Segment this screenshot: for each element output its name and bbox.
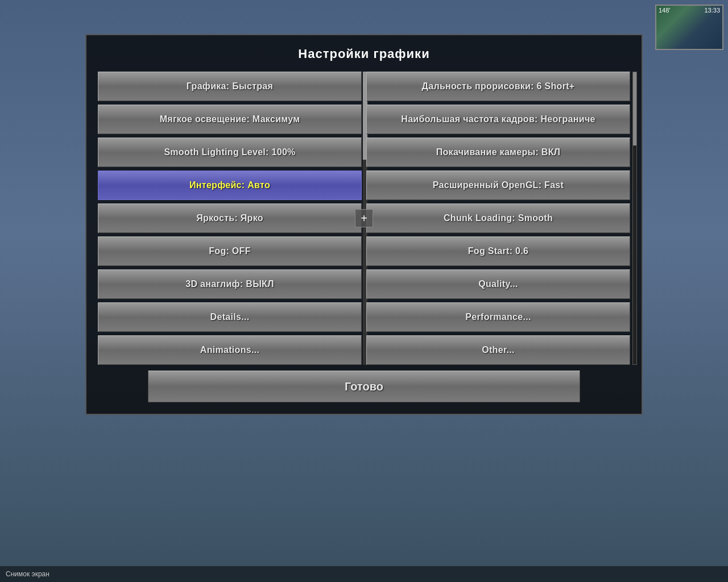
right-btn-camera-bobbing[interactable]: Покачивание камеры: ВКЛ [366, 138, 630, 167]
right-btn-performance[interactable]: Performance... [366, 302, 630, 332]
minimap: 148' 13:33 [655, 5, 723, 50]
columns-container: Графика: БыстраяМягкое освещение: Максим… [98, 72, 630, 365]
status-bar: Снимок экран [0, 566, 728, 582]
plus-button[interactable]: + [355, 209, 373, 227]
done-button[interactable]: Готово [148, 371, 580, 402]
right-btn-quality[interactable]: Quality... [366, 269, 630, 299]
left-btn-graphics[interactable]: Графика: Быстрая [98, 72, 362, 101]
right-scrollbar[interactable] [632, 72, 637, 365]
left-btn-brightness[interactable]: Яркость: Ярко [98, 203, 362, 233]
left-btn-soft-lighting[interactable]: Мягкое освещение: Максимум [98, 105, 362, 134]
settings-panel: Настройки графики Графика: БыстраяМягкое… [85, 34, 643, 415]
panel-title: Настройки графики [98, 47, 630, 61]
right-column: Дальность прорисовки: 6 Short+Наибольшая… [366, 72, 630, 365]
screenshot-label: Снимок экран [6, 570, 49, 578]
left-btn-animations[interactable]: Animations... [98, 335, 362, 365]
left-column: Графика: БыстраяМягкое освещение: Максим… [98, 72, 362, 365]
left-btn-smooth-lighting-level[interactable]: Smooth Lighting Level: 100% [98, 138, 362, 167]
done-button-container: Готово [98, 371, 630, 402]
right-btn-render-distance[interactable]: Дальность прорисовки: 6 Short+ [366, 72, 630, 101]
left-btn-interface[interactable]: Интерфейс: Авто [98, 171, 362, 200]
minimap-distance: 148' [659, 7, 670, 14]
right-btn-other[interactable]: Other... [366, 335, 630, 365]
right-btn-fog-start[interactable]: Fog Start: 0.6 [366, 236, 630, 266]
right-btn-chunk-loading[interactable]: Chunk Loading: Smooth [366, 203, 630, 233]
right-btn-max-fps[interactable]: Наибольшая частота кадров: Неограниче [366, 105, 630, 134]
left-btn-details[interactable]: Details... [98, 302, 362, 332]
left-btn-fog[interactable]: Fog: OFF [98, 236, 362, 266]
right-btn-advanced-opengl[interactable]: Расширенный OpenGL: Fast [366, 171, 630, 200]
right-scrollbar-thumb[interactable] [633, 72, 636, 146]
minimap-time: 13:33 [704, 7, 720, 14]
left-btn-3d-anaglyph[interactable]: 3D анаглиф: ВЫКЛ [98, 269, 362, 299]
